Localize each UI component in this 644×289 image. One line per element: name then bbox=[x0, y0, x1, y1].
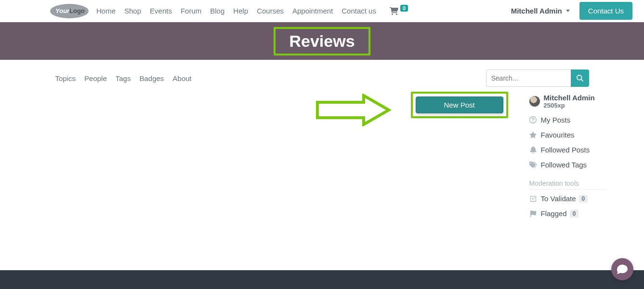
sidebar-to-validate[interactable]: To Validate 0 bbox=[529, 194, 606, 203]
nav-help[interactable]: Help bbox=[233, 7, 248, 15]
avatar bbox=[529, 96, 540, 107]
svg-text:Logo: Logo bbox=[69, 7, 85, 14]
forum-subnav: Topics People Tags Badges About bbox=[55, 74, 192, 83]
subnav-row: Topics People Tags Badges About bbox=[55, 69, 589, 87]
search-button[interactable] bbox=[571, 69, 589, 87]
page-title: Reviews bbox=[289, 32, 355, 51]
tag-icon bbox=[529, 161, 537, 169]
sidebar-item-label: Favourites bbox=[541, 131, 575, 139]
search-icon bbox=[577, 75, 583, 82]
sidebar-followed-posts[interactable]: Followed Posts bbox=[529, 146, 606, 154]
contact-us-button[interactable]: Contact Us bbox=[579, 2, 632, 20]
footer: Useful Links About us Connect with us bbox=[0, 270, 644, 289]
sidebar-item-label: Followed Tags bbox=[541, 161, 587, 169]
logo[interactable]: Your Logo bbox=[50, 4, 89, 18]
chat-icon bbox=[617, 264, 628, 275]
nav-shop[interactable]: Shop bbox=[124, 7, 141, 15]
sidebar-item-label: Followed Posts bbox=[541, 146, 590, 154]
check-square-icon bbox=[529, 195, 537, 203]
star-icon bbox=[529, 131, 537, 139]
flag-icon bbox=[529, 210, 537, 218]
subnav-people[interactable]: People bbox=[84, 74, 107, 83]
svg-text:Your: Your bbox=[55, 7, 70, 14]
chat-bubble-button[interactable] bbox=[611, 258, 633, 280]
nav-blog[interactable]: Blog bbox=[210, 7, 224, 15]
main-content: New Post Mitchell Admin 2505xp My Posts … bbox=[55, 96, 589, 256]
sidebar-followed-tags[interactable]: Followed Tags bbox=[529, 161, 606, 169]
nav-forum[interactable]: Forum bbox=[181, 7, 201, 15]
search-input[interactable] bbox=[486, 69, 571, 87]
nav-links: Home Shop Events Forum Blog Help Courses… bbox=[96, 7, 376, 15]
question-circle-icon bbox=[529, 116, 537, 124]
subnav-badges[interactable]: Badges bbox=[139, 74, 164, 83]
hero-banner: Reviews bbox=[0, 22, 644, 60]
search bbox=[486, 69, 589, 87]
sidebar-my-posts[interactable]: My Posts bbox=[529, 116, 606, 124]
arrow-annotation-icon bbox=[315, 94, 393, 126]
subnav-tags[interactable]: Tags bbox=[116, 74, 131, 83]
sidebar-user-xp: 2505xp bbox=[544, 102, 595, 109]
sidebar-user[interactable]: Mitchell Admin 2505xp bbox=[529, 94, 606, 109]
subnav-topics[interactable]: Topics bbox=[55, 74, 76, 83]
sidebar-favourites[interactable]: Favourites bbox=[529, 131, 606, 139]
sidebar-item-label: To Validate bbox=[541, 194, 576, 203]
user-name-label: Mitchell Admin bbox=[511, 7, 562, 15]
user-menu[interactable]: Mitchell Admin bbox=[511, 7, 570, 15]
top-nav: Your Logo Home Shop Events Forum Blog He… bbox=[0, 0, 644, 22]
nav-appointment[interactable]: Appointment bbox=[292, 7, 333, 15]
nav-events[interactable]: Events bbox=[150, 7, 172, 15]
hero-title-highlight: Reviews bbox=[274, 27, 370, 55]
cart-link[interactable]: 0 bbox=[390, 7, 408, 15]
cart-icon bbox=[390, 7, 398, 15]
bell-icon bbox=[529, 146, 537, 154]
new-post-button[interactable]: New Post bbox=[416, 96, 503, 113]
count-badge: 0 bbox=[570, 210, 579, 218]
nav-home[interactable]: Home bbox=[96, 7, 116, 15]
new-post-highlight: New Post bbox=[411, 92, 508, 118]
subnav-about[interactable]: About bbox=[172, 74, 191, 83]
cart-badge: 0 bbox=[400, 5, 408, 12]
count-badge: 0 bbox=[579, 195, 588, 203]
nav-courses[interactable]: Courses bbox=[257, 7, 284, 15]
sidebar-item-label: My Posts bbox=[541, 116, 571, 124]
sidebar-user-name: Mitchell Admin bbox=[544, 94, 595, 102]
forum-sidebar: Mitchell Admin 2505xp My Posts Favourite… bbox=[529, 94, 606, 218]
nav-contact-us[interactable]: Contact us bbox=[342, 7, 376, 15]
sidebar-flagged[interactable]: Flagged 0 bbox=[529, 209, 606, 218]
chevron-down-icon bbox=[566, 10, 570, 12]
moderation-section-title: Moderation tools bbox=[529, 179, 606, 190]
sidebar-item-label: Flagged bbox=[541, 209, 567, 218]
logo-icon: Your Logo bbox=[50, 4, 89, 18]
